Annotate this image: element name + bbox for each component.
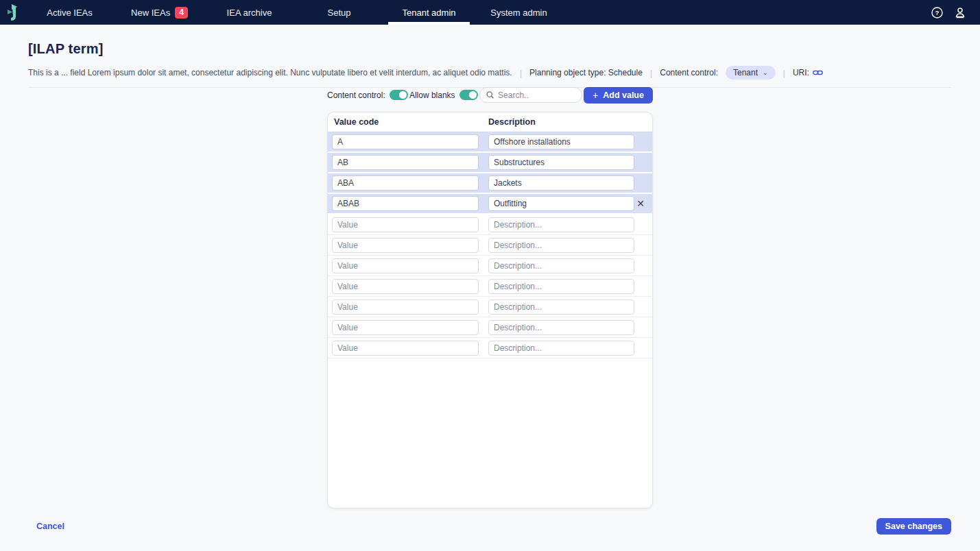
table-row-empty bbox=[328, 276, 652, 297]
logo-icon bbox=[5, 3, 20, 21]
meta-separator: | bbox=[650, 68, 652, 78]
content-control-value: Tenant bbox=[733, 68, 758, 77]
cancel-button[interactable]: Cancel bbox=[36, 522, 64, 531]
close-icon: ✕ bbox=[636, 198, 645, 209]
new-ieas-count-badge: 4 bbox=[175, 7, 188, 19]
chevron-down-icon: ⌄ bbox=[763, 69, 768, 76]
allow-blanks-toggle[interactable] bbox=[459, 90, 478, 100]
content-control-dropdown[interactable]: Tenant ⌄ bbox=[726, 66, 776, 79]
nav-tab-new-ieas[interactable]: New IEAs 4 bbox=[115, 0, 204, 25]
description-input[interactable] bbox=[488, 155, 634, 170]
value-code-input[interactable] bbox=[332, 341, 479, 356]
term-values-table: Value code Description ✕ bbox=[327, 112, 653, 509]
nav-tab-label: Tenant admin bbox=[402, 8, 455, 18]
add-value-button[interactable]: + Add value bbox=[584, 87, 653, 103]
nav-tab-label: New IEAs bbox=[131, 8, 170, 18]
search-icon bbox=[486, 90, 494, 99]
help-icon[interactable]: ? bbox=[931, 6, 943, 19]
value-code-input[interactable] bbox=[332, 134, 479, 149]
value-code-input[interactable] bbox=[332, 299, 479, 315]
search-input[interactable] bbox=[498, 90, 575, 100]
content-control-toggle-label: Content control: bbox=[327, 90, 385, 100]
table-row bbox=[328, 132, 652, 151]
value-code-input[interactable] bbox=[332, 217, 479, 232]
link-icon[interactable] bbox=[813, 69, 823, 77]
table-row bbox=[328, 173, 652, 193]
table-row bbox=[328, 153, 652, 172]
nav-tab-label: Setup bbox=[328, 8, 351, 18]
table-row-empty bbox=[328, 297, 652, 317]
nav-tab-label: System admin bbox=[490, 8, 547, 18]
content-control-toggle[interactable] bbox=[390, 90, 408, 100]
table-row-empty bbox=[328, 338, 652, 358]
nav-tab-active-ieas[interactable]: Active IEAs bbox=[25, 0, 115, 25]
column-header-value-code: Value code bbox=[328, 117, 488, 127]
table-row-empty bbox=[328, 215, 652, 235]
table-row-empty bbox=[328, 256, 652, 276]
app-logo[interactable] bbox=[0, 3, 25, 21]
allow-blanks-toggle-label: Allow blanks bbox=[409, 90, 455, 100]
svg-text:?: ? bbox=[935, 9, 939, 16]
value-code-input[interactable] bbox=[332, 196, 479, 211]
description-input[interactable] bbox=[488, 196, 634, 211]
table-row-empty bbox=[328, 317, 652, 338]
values-toolbar: Content control: Allow blanks + Add valu… bbox=[327, 86, 653, 103]
top-navigation-bar: Active IEAs New IEAs 4 IEA archive Setup… bbox=[0, 0, 980, 25]
page-title: [ILAP term] bbox=[28, 41, 951, 57]
uri-field: URI: bbox=[793, 68, 823, 77]
value-code-input[interactable] bbox=[332, 175, 479, 191]
nav-tab-iea-archive[interactable]: IEA archive bbox=[204, 0, 294, 25]
allow-blanks-toggle-group: Allow blanks bbox=[409, 90, 478, 100]
term-meta-row: This is a ... field Lorem ipsum dolor si… bbox=[28, 66, 951, 79]
description-input[interactable] bbox=[488, 134, 634, 149]
uri-label: URI: bbox=[793, 68, 809, 77]
user-account-icon[interactable] bbox=[954, 6, 966, 19]
remove-row-button[interactable]: ✕ bbox=[635, 197, 646, 210]
term-description: This is a ... field Lorem ipsum dolor si… bbox=[28, 68, 512, 77]
value-code-input[interactable] bbox=[332, 238, 479, 253]
description-input[interactable] bbox=[488, 341, 634, 356]
add-value-label: Add value bbox=[603, 90, 644, 100]
description-input[interactable] bbox=[488, 238, 634, 253]
nav-tab-label: IEA archive bbox=[227, 8, 272, 18]
nav-tab-label: Active IEAs bbox=[47, 8, 92, 18]
value-code-input[interactable] bbox=[332, 320, 479, 335]
meta-separator: | bbox=[520, 68, 522, 78]
content-control-label: Content control: bbox=[660, 68, 718, 77]
table-row: ✕ bbox=[328, 194, 652, 213]
search-box bbox=[479, 87, 582, 103]
value-code-input[interactable] bbox=[332, 258, 479, 273]
description-input[interactable] bbox=[488, 299, 634, 315]
save-changes-button[interactable]: Save changes bbox=[876, 518, 951, 535]
description-input[interactable] bbox=[488, 217, 634, 232]
column-header-description: Description bbox=[488, 117, 536, 127]
description-input[interactable] bbox=[488, 320, 634, 335]
meta-separator: | bbox=[783, 68, 785, 78]
table-row-empty bbox=[328, 235, 652, 256]
description-input[interactable] bbox=[488, 175, 634, 191]
value-code-input[interactable] bbox=[332, 279, 479, 294]
plus-icon: + bbox=[593, 90, 598, 101]
nav-tab-setup[interactable]: Setup bbox=[294, 0, 384, 25]
page-header: [ILAP term] This is a ... field Lorem ip… bbox=[0, 25, 980, 88]
nav-tab-tenant-admin[interactable]: Tenant admin bbox=[384, 0, 474, 25]
table-header-row: Value code Description bbox=[328, 112, 652, 132]
description-input[interactable] bbox=[488, 258, 634, 273]
content-control-toggle-group: Content control: bbox=[327, 90, 408, 100]
planning-object-type: Planning object type: Schedule bbox=[529, 68, 643, 77]
nav-right-actions: ? bbox=[931, 6, 980, 19]
nav-tabs: Active IEAs New IEAs 4 IEA archive Setup… bbox=[25, 0, 564, 25]
nav-tab-system-admin[interactable]: System admin bbox=[474, 0, 564, 25]
value-code-input[interactable] bbox=[332, 155, 479, 170]
description-input[interactable] bbox=[488, 279, 634, 294]
